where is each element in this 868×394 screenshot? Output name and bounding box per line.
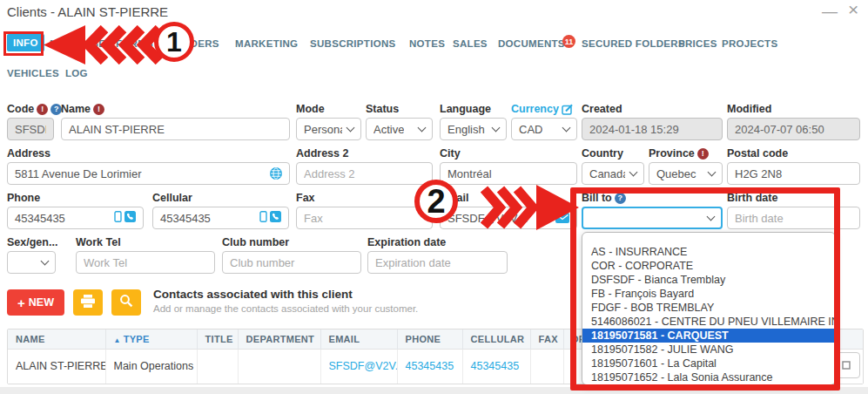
chevron-down-icon	[492, 123, 501, 132]
column-header-department[interactable]: DEPARTMENT	[238, 329, 320, 349]
club-number-field[interactable]	[222, 251, 361, 274]
address2-label: Address 2	[296, 147, 348, 160]
open-record-icon	[842, 357, 851, 373]
contact-phone-link[interactable]: 45345435	[397, 349, 462, 384]
annotation-arrow-left	[42, 25, 164, 65]
chevron-down-icon	[41, 256, 50, 265]
annotation-box-info-tab	[3, 31, 44, 56]
tab-marketing[interactable]: MARKETING	[235, 38, 298, 49]
chevron-down-icon	[708, 167, 717, 176]
mode-label: Mode	[296, 103, 325, 115]
contact-department-cell	[238, 349, 320, 384]
cellular-field[interactable]: 45345435	[152, 207, 289, 229]
province-label: Province !	[649, 147, 709, 160]
column-header-title[interactable]: TITLE	[197, 329, 238, 349]
contact-fax-cell	[530, 349, 563, 384]
chevron-down-icon	[347, 123, 355, 132]
annotation-step-1: 1	[154, 22, 194, 62]
tab-subscriptions[interactable]: SUBSCRIPTIONS	[310, 38, 395, 49]
province-select[interactable]: Quebec	[649, 162, 723, 185]
mobile-icon[interactable]	[114, 211, 122, 225]
currency-label: Currency	[511, 103, 573, 115]
contact-email-link[interactable]: SFSDF@V2V.A	[320, 349, 397, 384]
column-header-type[interactable]: ▲TYPE	[105, 329, 197, 349]
cellular-label: Cellular	[152, 192, 192, 204]
call-icon[interactable]	[124, 211, 136, 225]
contact-name-cell: ALAIN ST-PIERRE	[8, 349, 105, 384]
status-label: Status	[366, 103, 399, 115]
tab-log[interactable]: LOG	[65, 68, 88, 78]
new-contact-button[interactable]: + NEW	[7, 289, 64, 316]
address-label: Address	[7, 147, 50, 160]
currency-select[interactable]: CAD	[511, 118, 577, 140]
sex-gender-select[interactable]	[7, 251, 56, 274]
city-field[interactable]	[440, 162, 577, 185]
column-header-phone[interactable]: PHONE	[397, 329, 462, 349]
annotation-step-2: 2	[414, 180, 458, 223]
mobile-icon[interactable]	[259, 211, 267, 225]
tab-secured-folders[interactable]: SECURED FOLDERS	[582, 38, 685, 49]
tab-vehicles[interactable]: VEHICLES	[7, 68, 59, 78]
warning-icon: !	[697, 148, 709, 160]
created-label: Created	[582, 103, 622, 115]
postal-code-field[interactable]	[727, 162, 860, 185]
fax-label: Fax	[296, 192, 315, 204]
country-label: Country	[582, 147, 623, 160]
work-tel-field[interactable]	[76, 251, 215, 274]
plus-icon: +	[17, 296, 25, 310]
phone-label: Phone	[7, 192, 40, 204]
modified-label: Modified	[727, 103, 771, 115]
chevron-down-icon	[629, 167, 638, 176]
minimize-icon[interactable]: —	[822, 3, 838, 19]
name-field[interactable]	[61, 118, 290, 140]
column-header-email[interactable]: EMAIL	[320, 329, 397, 349]
client-window: Clients - ALAIN ST-PIERRE — × INFO ADDRE…	[0, 0, 868, 394]
annotation-arrow-right	[477, 185, 580, 230]
page-title: Clients - ALAIN ST-PIERRE	[7, 4, 168, 19]
contact-title-cell	[197, 349, 238, 384]
country-select[interactable]: Canada	[582, 162, 644, 185]
expiration-date-label: Expiration date	[367, 236, 446, 248]
annotation-box-bill-to	[570, 187, 840, 391]
tab-notes[interactable]: NOTES	[409, 38, 445, 49]
tab-prices[interactable]: PRICES	[678, 38, 717, 49]
contact-cellular-link[interactable]: 45345435	[462, 349, 530, 384]
work-tel-label: Work Tel	[76, 236, 121, 248]
language-label: Language	[440, 103, 491, 115]
address2-field[interactable]	[296, 162, 433, 185]
mode-select[interactable]: Personal	[296, 118, 361, 140]
tab-sales[interactable]: SALES	[453, 38, 488, 49]
column-header-cellular[interactable]: CELLULAR	[462, 329, 530, 349]
postal-code-label: Postal code	[727, 147, 788, 160]
language-select[interactable]: English	[440, 118, 507, 140]
tab-documents[interactable]: DOCUMENTS	[498, 38, 565, 49]
contacts-section-title: Contacts associated with this client	[153, 288, 353, 301]
contacts-section-subtitle: Add or manage the contacts associated wi…	[153, 303, 418, 314]
globe-icon[interactable]	[270, 167, 282, 180]
name-label: Name !	[61, 103, 104, 115]
city-label: City	[440, 147, 461, 160]
chevron-down-icon	[562, 123, 571, 132]
code-label: Code ! ?	[7, 103, 62, 115]
column-header-name[interactable]: NAME	[8, 329, 105, 349]
warning-icon: !	[93, 104, 104, 115]
column-header-fax[interactable]: FAX	[530, 329, 563, 349]
tab-projects[interactable]: PROJECTS	[722, 38, 777, 49]
modified-field	[727, 118, 860, 140]
call-icon[interactable]	[270, 211, 281, 225]
club-number-label: Club number	[222, 236, 289, 248]
close-icon[interactable]: ×	[848, 2, 858, 17]
address-field[interactable]: 5811 Avenue De Lorimier	[7, 162, 290, 185]
sex-gender-label: Sex/gen...	[7, 236, 57, 248]
status-select[interactable]: Active	[366, 118, 433, 140]
edit-icon[interactable]	[562, 104, 573, 115]
phone-field[interactable]: 45345435	[7, 207, 144, 229]
chevron-down-icon	[418, 123, 427, 132]
contact-type-cell: Main Operations	[105, 349, 197, 384]
expiration-date-field[interactable]	[367, 251, 508, 274]
print-button[interactable]	[73, 289, 103, 316]
search-button[interactable]	[111, 289, 141, 316]
code-field	[7, 118, 54, 140]
sort-asc-icon: ▲	[114, 336, 121, 344]
fax-field[interactable]	[296, 207, 433, 229]
